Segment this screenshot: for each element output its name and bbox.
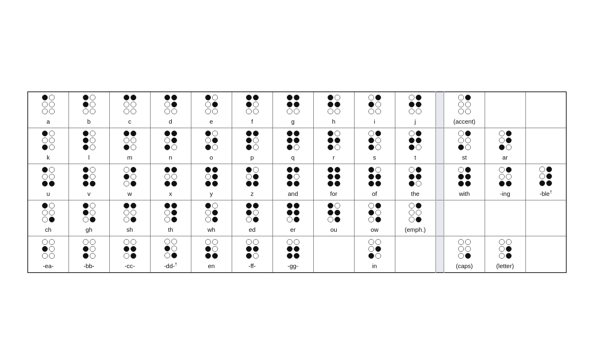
- braille-dot: [83, 203, 89, 209]
- braille-dot: [131, 167, 136, 173]
- braille-dot: [171, 217, 177, 222]
- braille-dot: [49, 239, 55, 245]
- braille-cell: (emph.): [395, 200, 436, 236]
- braille-dot: [294, 181, 299, 186]
- braille-dot: [83, 102, 89, 107]
- braille-dot: [294, 131, 299, 136]
- braille-dot: [253, 138, 259, 143]
- braille-label: of: [372, 190, 377, 198]
- braille-dot: [205, 239, 211, 245]
- braille-dot: [506, 131, 512, 136]
- braille-dot: [171, 174, 177, 180]
- braille-dot: [90, 210, 95, 215]
- braille-dot: [499, 144, 505, 150]
- braille-cell: [485, 200, 525, 236]
- braille-label: -ea-: [43, 262, 54, 270]
- braille-dot: [294, 210, 299, 215]
- braille-dot: [83, 131, 89, 136]
- braille-dot: [42, 203, 48, 209]
- braille-cell: [436, 164, 444, 200]
- braille-dot: [409, 181, 414, 186]
- braille-dot: [409, 210, 414, 215]
- braille-dot: [375, 138, 381, 143]
- braille-dot: [465, 246, 471, 252]
- braille-dot: [171, 138, 177, 143]
- braille-dot: [246, 167, 252, 173]
- braille-dot: [328, 109, 333, 114]
- braille-dot: [368, 131, 374, 136]
- braille-dot: [42, 102, 48, 107]
- braille-dot: [539, 180, 545, 186]
- braille-label: g: [291, 118, 295, 125]
- braille-dot: [375, 102, 381, 107]
- braille-label: with: [459, 190, 470, 198]
- braille-dot: [294, 109, 299, 114]
- braille-label: -gg-: [288, 262, 299, 270]
- braille-label: -ble†: [539, 190, 552, 198]
- braille-dot: [42, 253, 48, 259]
- braille-dot: [546, 180, 552, 186]
- braille-dot: [506, 167, 512, 173]
- braille-dot: [416, 210, 421, 215]
- braille-dot: [416, 109, 421, 114]
- braille-dot: [368, 239, 374, 245]
- braille-dot: [164, 167, 170, 173]
- braille-dot: [212, 246, 218, 252]
- braille-dot: [49, 253, 55, 259]
- braille-dot: [131, 109, 136, 114]
- braille-dot: [465, 181, 471, 186]
- braille-dot: [164, 217, 170, 222]
- braille-cell: ch: [28, 200, 69, 236]
- braille-dot: [287, 253, 293, 259]
- braille-dot: [171, 167, 177, 173]
- braille-dot: [90, 167, 95, 173]
- braille-dot: [131, 217, 136, 222]
- braille-dot: [416, 138, 421, 143]
- braille-dot: [124, 181, 129, 186]
- braille-dot: [287, 210, 293, 215]
- braille-dot: [131, 253, 136, 259]
- braille-dot: [328, 138, 333, 143]
- braille-dot: [294, 203, 299, 209]
- braille-dot: [246, 109, 252, 114]
- braille-cell: h: [313, 92, 354, 128]
- braille-cell: -dd-†: [150, 236, 191, 273]
- braille-dot: [90, 144, 95, 150]
- braille-dot: [205, 109, 211, 114]
- braille-dot: [287, 109, 293, 114]
- braille-dot: [131, 144, 136, 150]
- braille-dot: [90, 138, 95, 143]
- braille-dot: [49, 95, 55, 100]
- braille-cell: u: [28, 164, 69, 200]
- braille-dot: [465, 253, 471, 259]
- braille-dot: [83, 144, 89, 150]
- braille-label: the: [411, 190, 419, 198]
- braille-cell: th: [150, 200, 191, 236]
- braille-cell: s: [354, 128, 395, 164]
- braille-dot: [131, 131, 136, 136]
- braille-label: p: [250, 154, 254, 161]
- braille-label: z: [250, 190, 254, 198]
- braille-dot: [49, 246, 55, 252]
- braille-cell: v: [69, 164, 109, 200]
- braille-dot: [49, 109, 55, 114]
- braille-dot: [458, 181, 464, 186]
- braille-dot: [212, 203, 218, 209]
- braille-label: -cc-: [125, 262, 135, 270]
- braille-dot: [506, 246, 512, 252]
- braille-dot: [506, 181, 512, 186]
- braille-dot: [458, 144, 464, 150]
- braille-dot: [164, 203, 170, 209]
- braille-label: en: [208, 262, 215, 270]
- braille-cell: [313, 236, 354, 273]
- braille-dot: [164, 144, 170, 150]
- braille-dot: [171, 102, 177, 107]
- braille-dot: [164, 181, 170, 186]
- braille-dot: [368, 167, 374, 173]
- braille-dot: [465, 95, 471, 100]
- braille-dot: [294, 246, 299, 252]
- braille-dot: [205, 246, 211, 252]
- braille-dot: [164, 131, 170, 136]
- braille-dot: [83, 210, 89, 215]
- braille-dot: [499, 167, 505, 173]
